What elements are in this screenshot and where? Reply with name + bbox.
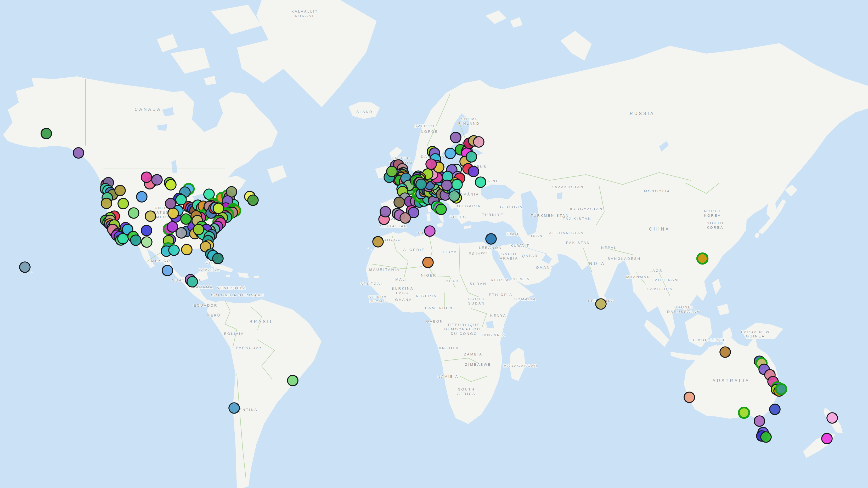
world-map[interactable]: KALAALLITNUNAATCANADARUSSIAÍSLANDNORGESV… xyxy=(0,0,868,488)
country-label: IRAN xyxy=(531,234,543,238)
map-marker[interactable] xyxy=(167,222,178,232)
country-label: MADAGASCAR xyxy=(503,364,537,368)
map-marker[interactable] xyxy=(73,148,84,158)
country-label: GEORGIA xyxy=(500,205,523,209)
country-label: TIMOR-LESTE xyxy=(692,338,726,342)
map-marker[interactable] xyxy=(442,180,452,191)
country-label: ECUADOR xyxy=(194,303,218,307)
country-label: SÉNÉGAL xyxy=(361,282,383,286)
country-label: BULGARIA xyxy=(456,204,481,208)
map-marker[interactable] xyxy=(130,235,141,246)
map-marker[interactable] xyxy=(436,204,446,215)
country-label: TANZANIA xyxy=(481,333,506,337)
map-marker[interactable] xyxy=(41,128,52,139)
map-marker[interactable] xyxy=(287,375,298,386)
map-marker[interactable] xyxy=(193,224,204,235)
map-marker[interactable] xyxy=(20,262,30,272)
country-label: JAMAICA xyxy=(198,268,220,272)
map-marker[interactable] xyxy=(822,433,832,444)
map-marker[interactable] xyxy=(827,413,837,423)
country-label: MALI xyxy=(395,278,407,282)
country-label: TAJIKISTAN xyxy=(563,217,591,221)
map-marker[interactable] xyxy=(739,408,749,418)
country-label: LEBANON xyxy=(479,246,502,250)
map-marker[interactable] xyxy=(754,416,765,426)
map-marker[interactable] xyxy=(425,226,435,236)
country-label: NIGERIA xyxy=(416,294,437,298)
map-marker[interactable] xyxy=(684,392,694,402)
map-marker[interactable] xyxy=(770,404,780,415)
map-marker[interactable] xyxy=(128,208,139,218)
map-marker[interactable] xyxy=(466,152,477,162)
country-label: ISRAEL xyxy=(474,251,492,255)
country-label: NIGER xyxy=(421,273,437,277)
country-label: NORGE xyxy=(421,130,438,134)
map-marker[interactable] xyxy=(426,159,436,169)
country-label: KENYA xyxy=(490,314,506,318)
map-marker[interactable] xyxy=(168,208,178,219)
map-marker[interactable] xyxy=(229,403,239,413)
map-marker[interactable] xyxy=(152,174,162,185)
map-marker[interactable] xyxy=(141,225,152,236)
map-marker[interactable] xyxy=(373,236,383,247)
country-label: CHINA xyxy=(649,227,670,231)
map-marker[interactable] xyxy=(486,234,496,244)
map-marker[interactable] xyxy=(400,213,410,223)
map-marker[interactable] xyxy=(248,195,258,205)
country-label: PARAGUAY xyxy=(236,346,262,350)
country-label: ETHIOPIA xyxy=(489,293,513,297)
map-marker[interactable] xyxy=(115,185,125,196)
country-label: RUSSIA xyxy=(630,111,655,116)
map-marker[interactable] xyxy=(445,148,456,159)
map-marker[interactable] xyxy=(145,211,156,221)
country-label: TÜRKIYE xyxy=(482,213,504,217)
map-marker[interactable] xyxy=(776,384,786,394)
map-marker[interactable] xyxy=(176,228,187,238)
country-label: NAMIBIA xyxy=(438,375,459,379)
map-marker[interactable] xyxy=(468,166,479,177)
map-marker[interactable] xyxy=(118,198,128,209)
map-marker[interactable] xyxy=(394,197,404,207)
map-marker[interactable] xyxy=(213,203,224,214)
map-marker[interactable] xyxy=(451,132,461,143)
map-marker[interactable] xyxy=(213,253,223,264)
map-marker[interactable] xyxy=(187,276,197,287)
map-marker[interactable] xyxy=(380,206,391,217)
country-label: BOLIVIA xyxy=(224,332,244,336)
country-label: MONGOLIA xyxy=(644,189,671,193)
map-marker[interactable] xyxy=(101,198,112,208)
map-marker[interactable] xyxy=(386,166,397,177)
map-marker[interactable] xyxy=(720,347,731,357)
map-marker[interactable] xyxy=(165,180,176,190)
map-marker[interactable] xyxy=(416,179,426,190)
country-label: IRAQ xyxy=(506,232,519,236)
map-marker[interactable] xyxy=(596,299,606,309)
country-label: SVERIGE xyxy=(414,124,437,128)
map-marker[interactable] xyxy=(475,177,486,187)
country-label: GREECE xyxy=(450,215,470,219)
map-marker[interactable] xyxy=(169,245,179,255)
country-label: ÍSLAND xyxy=(354,110,373,114)
country-label: PERÚ xyxy=(207,314,221,317)
map-marker[interactable] xyxy=(162,265,173,276)
country-label: YEMEN xyxy=(513,277,530,281)
country-label: ZAMBIA xyxy=(464,352,483,356)
map-marker[interactable] xyxy=(697,253,708,264)
country-label: ANGOLA xyxy=(439,346,459,350)
map-marker[interactable] xyxy=(165,198,176,209)
country-label: ALGÉRIE xyxy=(403,248,425,252)
map-marker[interactable] xyxy=(142,237,152,247)
map-marker[interactable] xyxy=(449,191,459,201)
country-label: AUSTRALIA xyxy=(713,379,750,383)
country-label: OMAN xyxy=(536,266,550,269)
map-viewport[interactable]: KALAALLITNUNAATCANADARUSSIAÍSLANDNORGESV… xyxy=(0,0,868,488)
map-marker[interactable] xyxy=(141,172,152,183)
map-marker[interactable] xyxy=(136,192,147,202)
map-marker[interactable] xyxy=(182,245,192,255)
country-label: CAMBODIA xyxy=(647,287,673,291)
map-marker[interactable] xyxy=(761,432,771,442)
country-label: QATAR xyxy=(522,254,538,258)
country-label: PAKISTAN xyxy=(566,241,590,245)
map-marker[interactable] xyxy=(423,257,433,268)
map-marker[interactable] xyxy=(473,137,484,147)
